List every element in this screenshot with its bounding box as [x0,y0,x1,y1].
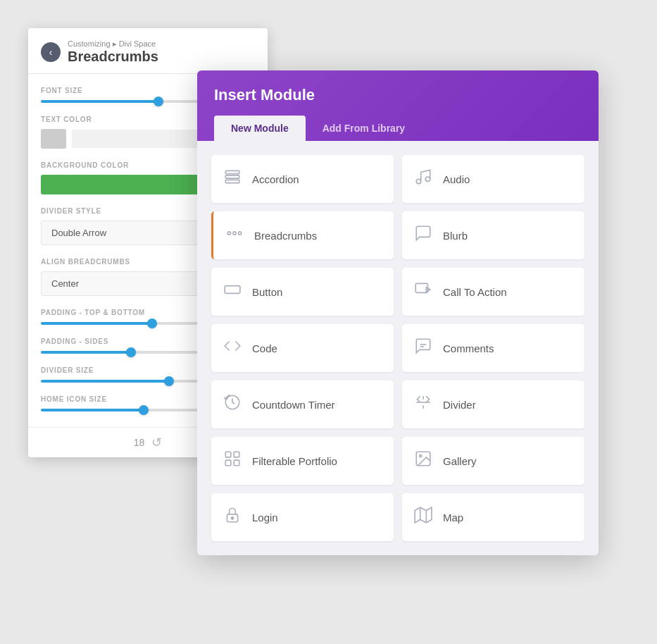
module-comments[interactable]: Comments [402,324,584,372]
insert-module-panel: Insert Module New Module Add From Librar… [197,70,599,555]
customizer-header: ‹ Customizing ▸ Divi Space Breadcrumbs [28,28,268,74]
comments-label: Comments [443,342,494,354]
button-icon [223,280,242,303]
svg-point-19 [420,455,422,457]
svg-rect-17 [234,460,239,466]
svg-point-3 [416,179,421,184]
audio-label: Audio [443,173,470,185]
module-login[interactable]: Login [211,493,394,541]
svg-point-21 [231,517,233,519]
reset-button[interactable]: ↺ [151,435,162,450]
tab-new-module[interactable]: New Module [214,116,306,141]
filterable-portfolio-icon [223,450,242,472]
blurb-icon [413,224,433,247]
map-icon [413,506,433,528]
button-label: Button [252,286,282,298]
filterable-portfolio-label: Filterable Portfolio [252,455,337,467]
module-filterable-portfolio[interactable]: Filterable Portfolio [211,437,394,485]
divider-label: Divider [443,399,476,411]
svg-rect-14 [225,452,231,457]
svg-rect-15 [234,452,239,457]
login-label: Login [252,512,278,524]
module-code[interactable]: Code [211,324,394,372]
accordion-label: Accordion [252,173,299,185]
modules-grid: Accordion Audio Breadcrumb [197,141,599,555]
customizer-breadcrumb: Customizing ▸ Divi Space [68,39,158,49]
call-to-action-label: Call To Action [443,286,507,298]
map-label: Map [443,512,463,524]
countdown-timer-icon [223,393,242,416]
module-button[interactable]: Button [211,268,394,316]
code-label: Code [252,342,277,354]
call-to-action-icon [413,280,433,303]
svg-point-5 [227,232,230,235]
module-audio[interactable]: Audio [402,155,584,203]
module-call-to-action[interactable]: Call To Action [402,268,584,316]
blurb-label: Blurb [443,230,468,242]
module-countdown-timer[interactable]: Countdown Timer [211,380,394,428]
panel-title: Insert Module [214,86,582,104]
svg-point-6 [233,232,236,235]
panel-tabs: New Module Add From Library [214,116,582,141]
svg-point-4 [425,177,430,182]
code-icon [223,337,242,359]
module-map[interactable]: Map [402,493,584,541]
module-gallery[interactable]: Gallery [402,437,584,485]
audio-icon [413,168,433,190]
gallery-label: Gallery [443,455,477,467]
svg-rect-0 [225,171,239,173]
module-blurb[interactable]: Blurb [402,211,584,259]
tab-add-from-library[interactable]: Add From Library [306,116,422,141]
login-icon [223,506,242,528]
module-divider[interactable]: Divider [402,380,584,428]
panel-header: Insert Module New Module Add From Librar… [197,70,599,141]
divider-icon [413,393,433,416]
countdown-timer-label: Countdown Timer [252,399,335,411]
breadcrumbs-icon [225,224,244,247]
svg-rect-8 [225,286,240,294]
svg-rect-1 [225,175,239,178]
comments-icon [413,337,433,359]
gallery-icon [413,450,433,472]
svg-point-7 [238,232,241,235]
svg-rect-2 [225,180,239,182]
breadcrumbs-label: Breadcrumbs [254,230,317,242]
svg-marker-22 [415,507,432,523]
customizer-title: Breadcrumbs [68,49,158,65]
svg-rect-16 [225,460,231,466]
text-color-swatch[interactable] [41,129,66,149]
accordion-icon [223,168,242,190]
module-accordion[interactable]: Accordion [211,155,394,203]
module-breadcrumbs[interactable]: Breadcrumbs [211,211,394,259]
footer-number: 18 [134,437,145,448]
back-button[interactable]: ‹ [41,42,61,62]
customizer-header-text: Customizing ▸ Divi Space Breadcrumbs [68,39,158,65]
